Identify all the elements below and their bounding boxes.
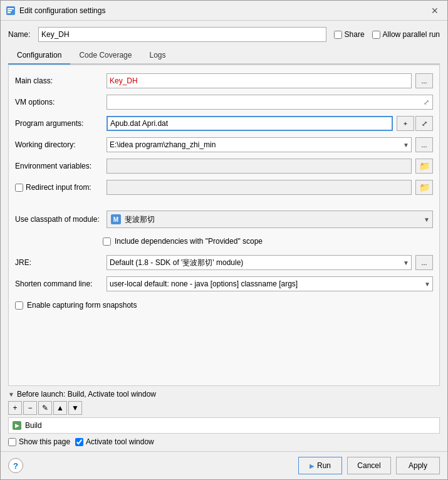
bottom-checkboxes-row: Show this page Activate tool window xyxy=(8,437,440,446)
apply-button[interactable]: Apply xyxy=(396,457,440,474)
env-vars-label: Environment variables: xyxy=(15,162,103,170)
enable-snapshots-checkbox[interactable] xyxy=(15,301,23,310)
svg-rect-2 xyxy=(8,10,12,11)
activate-tool-checkbox[interactable] xyxy=(75,438,83,446)
footer-left: ? xyxy=(8,458,23,473)
dialog-footer: ? ▶ Run Cancel Apply xyxy=(1,451,447,479)
show-page-check-item[interactable]: Show this page xyxy=(8,437,70,446)
env-vars-browse-button[interactable]: 📁 xyxy=(415,159,433,174)
prog-args-buttons: + ⤢ xyxy=(397,116,433,131)
jre-row: JRE: Default (1.8 - SDK of '斐波那切' module… xyxy=(15,254,433,271)
classpath-value: 斐波那切 xyxy=(125,214,155,225)
tab-logs[interactable]: Logs xyxy=(140,47,174,65)
share-checkbox[interactable] xyxy=(334,31,342,39)
redirect-input[interactable] xyxy=(107,180,412,195)
redirect-row: Redirect input from: 📁 xyxy=(15,179,433,196)
allow-parallel-checkbox[interactable] xyxy=(372,31,380,39)
tab-configuration[interactable]: Configuration xyxy=(8,47,70,65)
share-label: Share xyxy=(345,30,365,39)
main-class-row: Main class: ... xyxy=(15,73,433,89)
tabs: Configuration Code Coverage Logs xyxy=(8,47,440,65)
shorten-row: Shorten command line: user-local default… xyxy=(15,276,433,292)
include-deps-check-item[interactable]: Include dependencies with "Provided" sco… xyxy=(103,237,263,246)
dialog-body: Name: Share Allow parallel run Configura… xyxy=(1,21,447,451)
classpath-arrow: ▼ xyxy=(424,216,430,223)
jre-label: JRE: xyxy=(15,258,103,267)
before-launch-section: ▼ Before launch: Build, Activate tool wi… xyxy=(8,390,440,446)
build-label: Build xyxy=(25,421,42,430)
program-args-input[interactable] xyxy=(107,116,393,131)
jre-combo-wrapper: Default (1.8 - SDK of '斐波那切' module) ▼ xyxy=(107,255,412,270)
show-page-checkbox[interactable] xyxy=(8,438,16,446)
title-bar: Edit configuration settings ✕ xyxy=(1,1,447,21)
main-class-input[interactable] xyxy=(107,73,412,88)
working-dir-label: Working directory: xyxy=(15,140,103,149)
working-dir-combo: E:\idea program\zhang_zhi_min ▼ xyxy=(107,137,412,152)
edit-config-dialog: Edit configuration settings ✕ Name: Shar… xyxy=(0,0,448,480)
separator-1 xyxy=(15,201,433,206)
footer-right: ▶ Run Cancel Apply xyxy=(298,457,440,474)
include-deps-label: Include dependencies with "Provided" sco… xyxy=(115,237,263,246)
add-task-button[interactable]: + xyxy=(8,401,22,415)
jre-browse-button[interactable]: ... xyxy=(415,255,433,270)
program-args-label: Program arguments: xyxy=(15,119,103,128)
header-checkboxes: Share Allow parallel run xyxy=(334,30,440,39)
cancel-button[interactable]: Cancel xyxy=(347,457,391,474)
main-class-label: Main class: xyxy=(15,76,103,85)
edit-task-button[interactable]: ✎ xyxy=(38,401,52,415)
build-list-item[interactable]: ▶ Build xyxy=(8,417,440,434)
classpath-combo-wrapper: M 斐波那切 ▼ xyxy=(107,211,433,228)
prog-args-expand-button[interactable]: ⤢ xyxy=(415,116,433,131)
working-dir-row: Working directory: E:\idea program\zhang… xyxy=(15,137,433,153)
classpath-row: Use classpath of module: M 斐波那切 ▼ xyxy=(15,211,433,228)
working-dir-browse-button[interactable]: ... xyxy=(415,137,433,152)
before-launch-title: Before launch: Build, Activate tool wind… xyxy=(17,390,156,399)
move-up-button[interactable]: ▲ xyxy=(53,401,67,415)
move-down-button[interactable]: ▼ xyxy=(68,401,82,415)
vm-expand-button[interactable]: ⤢ xyxy=(420,97,432,108)
show-page-label: Show this page xyxy=(19,437,70,446)
prog-args-add-button[interactable]: + xyxy=(397,116,414,131)
redirect-browse-button[interactable]: 📁 xyxy=(415,180,433,195)
share-check-item[interactable]: Share xyxy=(334,30,365,39)
dialog-title: Edit configuration settings xyxy=(19,6,427,15)
working-dir-select[interactable]: E:\idea program\zhang_zhi_min xyxy=(107,137,412,152)
parallel-check-item[interactable]: Allow parallel run xyxy=(372,30,440,39)
vm-options-label: VM options: xyxy=(15,98,103,107)
enable-snapshots-label: Enable capturing form snapshots xyxy=(27,301,137,310)
run-button[interactable]: ▶ Run xyxy=(298,457,342,474)
env-vars-input[interactable] xyxy=(107,159,412,174)
svg-rect-1 xyxy=(8,8,14,9)
activate-tool-check-item[interactable]: Activate tool window xyxy=(75,437,154,446)
jre-select[interactable]: Default (1.8 - SDK of '斐波那切' module) xyxy=(107,255,412,270)
allow-parallel-label: Allow parallel run xyxy=(383,30,440,39)
enable-snapshots-row: Enable capturing form snapshots xyxy=(15,297,433,313)
redirect-label: Redirect input from: xyxy=(26,183,91,192)
include-deps-checkbox[interactable] xyxy=(103,237,111,246)
vm-options-row: VM options: ⤢ xyxy=(15,94,433,110)
shorten-label: Shorten command line: xyxy=(15,279,103,288)
classpath-label: Use classpath of module: xyxy=(15,215,103,224)
content-panel: Main class: ... VM options: ⤢ Program ar… xyxy=(8,65,440,386)
redirect-checkbox[interactable] xyxy=(15,184,23,192)
tab-code-coverage[interactable]: Code Coverage xyxy=(70,47,140,65)
enable-snapshots-check-item[interactable]: Enable capturing form snapshots xyxy=(15,301,137,310)
vm-options-input[interactable] xyxy=(107,95,433,110)
shorten-combo-wrapper: user-local default: none - java [options… xyxy=(107,276,433,291)
module-icon: M xyxy=(111,214,121,224)
shorten-select[interactable]: user-local default: none - java [options… xyxy=(107,276,433,291)
before-launch-toolbar: + − ✎ ▲ ▼ xyxy=(8,401,440,415)
name-input[interactable] xyxy=(38,27,326,42)
dialog-icon xyxy=(6,6,16,16)
help-button[interactable]: ? xyxy=(8,458,23,473)
program-args-row: Program arguments: + ⤢ xyxy=(15,115,433,132)
main-class-browse-button[interactable]: ... xyxy=(415,73,433,88)
remove-task-button[interactable]: − xyxy=(23,401,37,415)
collapse-icon: ▼ xyxy=(8,391,14,398)
redirect-label-group: Redirect input from: xyxy=(15,183,103,192)
close-button[interactable]: ✕ xyxy=(427,3,442,18)
activate-tool-label: Activate tool window xyxy=(86,437,154,446)
env-vars-row: Environment variables: 📁 xyxy=(15,158,433,174)
build-icon: ▶ xyxy=(13,421,21,430)
name-row: Name: Share Allow parallel run xyxy=(8,27,440,42)
